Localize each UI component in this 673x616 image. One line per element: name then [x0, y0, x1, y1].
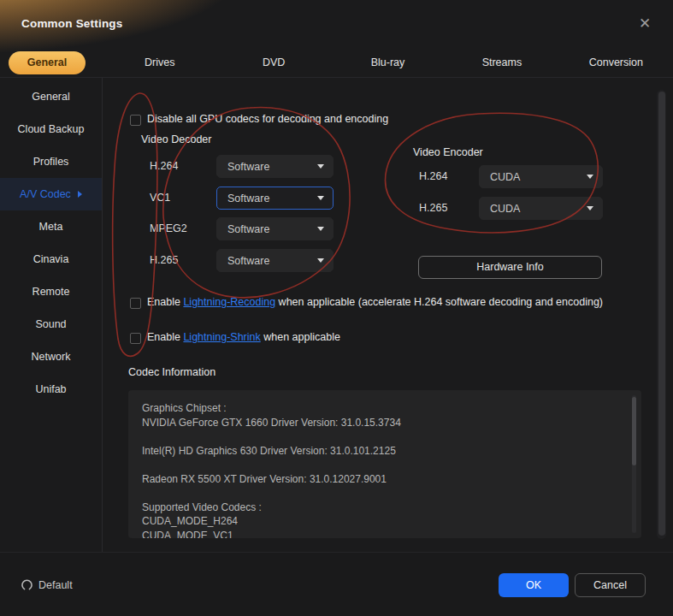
- settings-tabbar: General Drives DVD Blu-ray Streams Conve…: [0, 48, 673, 77]
- codec-info-line: Radeon RX 5500 XT Driver Version: 31.0.1…: [142, 472, 628, 487]
- sidebar-item-label: A/V Codec: [20, 188, 71, 200]
- chevron-down-icon: [317, 164, 324, 169]
- encoder-h264-select[interactable]: CUDA: [479, 165, 603, 188]
- decoder-h264-select[interactable]: Software: [216, 155, 334, 178]
- content-scrollbar[interactable]: [657, 90, 666, 539]
- codec-info-scrollbar[interactable]: [632, 395, 636, 533]
- lightning-shrink-suffix: when applicable: [261, 331, 340, 343]
- decoder-h265-value: Software: [227, 255, 317, 267]
- encoder-h264-value: CUDA: [490, 171, 587, 183]
- content-scrollbar-thumb[interactable]: [658, 92, 665, 536]
- codec-info-scrollbar-thumb[interactable]: [632, 397, 636, 465]
- decoder-mpeg2-label: MPEG2: [150, 222, 187, 234]
- cancel-button[interactable]: Cancel: [575, 573, 646, 597]
- codec-info-line: CUDA_MODE_H264: [142, 514, 628, 529]
- decoder-vc1-value: Software: [227, 192, 317, 204]
- sidebar-item-unifab[interactable]: Unifab: [0, 373, 102, 406]
- disable-gpu-codecs-label: Disable all GPU codecs for decoding and …: [147, 113, 388, 125]
- chevron-down-icon: [317, 196, 324, 200]
- codec-info-line: Supported Video Codecs :: [142, 500, 628, 515]
- decoder-mpeg2-select[interactable]: Software: [216, 217, 334, 240]
- decoder-vc1-label: VC1: [150, 192, 170, 204]
- lightning-recoding-label: Enable Lightning-Recoding when applicabl…: [147, 296, 603, 308]
- codec-info-line: CUDA_MODE_VC1: [142, 529, 628, 539]
- codec-information-title: Codec Information: [128, 366, 215, 378]
- sidebar-item-meta[interactable]: Meta: [0, 210, 102, 243]
- video-encoder-title: Video Encoder: [413, 146, 483, 158]
- restore-default-button[interactable]: Default: [21, 578, 73, 591]
- dialog-body: General Cloud Backup Profiles A/V Codec …: [0, 77, 673, 552]
- codec-info-line: [142, 458, 628, 472]
- video-decoder-title: Video Decoder: [141, 133, 211, 145]
- tab-conversion[interactable]: Conversion: [559, 56, 673, 68]
- encoder-h265-select[interactable]: CUDA: [479, 197, 603, 220]
- tab-general[interactable]: General: [9, 51, 86, 74]
- av-codec-panel: Disable all GPU codecs for decoding and …: [103, 78, 673, 552]
- titlebar: Common Settings ✕: [0, 0, 673, 48]
- reset-circular-arrow-icon: [21, 578, 33, 591]
- chevron-down-icon: [317, 258, 324, 263]
- sidebar-item-remote[interactable]: Remote: [0, 275, 102, 308]
- lightning-shrink-link[interactable]: Lightning-Shrink: [183, 331, 260, 343]
- chevron-right-icon: [78, 191, 82, 198]
- sidebar-item-profiles[interactable]: Profiles: [0, 145, 102, 178]
- lightning-recoding-checkbox[interactable]: [130, 298, 141, 309]
- tab-drives[interactable]: Drives: [103, 56, 216, 68]
- lightning-shrink-prefix: Enable: [147, 331, 183, 343]
- decoder-vc1-select[interactable]: Software: [216, 187, 334, 210]
- sidebar-item-general[interactable]: General: [0, 80, 102, 113]
- tab-dvd[interactable]: DVD: [216, 56, 330, 68]
- chevron-down-icon: [317, 227, 324, 231]
- encoder-h265-value: CUDA: [490, 203, 587, 215]
- encoder-h264-label: H.264: [419, 170, 447, 182]
- sidebar-item-network[interactable]: Network: [0, 341, 102, 373]
- tab-blu-ray[interactable]: Blu-ray: [331, 56, 445, 68]
- sidebar-item-av-codec[interactable]: A/V Codec: [0, 178, 102, 210]
- sidebar-item-sound[interactable]: Sound: [0, 308, 102, 341]
- hardware-info-button[interactable]: Hardware Info: [418, 256, 602, 279]
- codec-info-line: [142, 486, 628, 500]
- chevron-down-icon: [587, 175, 593, 179]
- decoder-h264-value: Software: [227, 161, 317, 173]
- lightning-shrink-label: Enable Lightning-Shrink when applicable: [147, 331, 340, 343]
- codec-info-line: [142, 429, 628, 444]
- lightning-shrink-checkbox[interactable]: [130, 333, 141, 344]
- decoder-h265-select[interactable]: Software: [216, 249, 334, 272]
- close-icon[interactable]: ✕: [636, 15, 653, 33]
- encoder-h265-label: H.265: [419, 202, 447, 214]
- lightning-recoding-suffix: when applicable (accelerate H.264 softwa…: [275, 296, 603, 308]
- tab-streams[interactable]: Streams: [445, 56, 558, 68]
- sidebar-item-cloud-backup[interactable]: Cloud Backup: [0, 113, 102, 145]
- dialog-title: Common Settings: [21, 17, 123, 30]
- common-settings-dialog: Common Settings ✕ General Drives DVD Blu…: [0, 0, 673, 616]
- codec-info-line: Intel(R) HD Graphics 630 Driver Version:…: [142, 444, 628, 459]
- decoder-h264-label: H.264: [150, 160, 178, 172]
- lightning-recoding-link[interactable]: Lightning-Recoding: [183, 296, 275, 308]
- default-label: Default: [38, 579, 73, 591]
- settings-sidebar: General Cloud Backup Profiles A/V Codec …: [0, 78, 103, 552]
- sidebar-item-cinavia[interactable]: Cinavia: [0, 243, 102, 275]
- decoder-mpeg2-value: Software: [227, 223, 317, 235]
- disable-gpu-codecs-checkbox[interactable]: [130, 115, 141, 126]
- chevron-down-icon: [587, 206, 593, 210]
- ok-button[interactable]: OK: [499, 573, 569, 597]
- lightning-recoding-prefix: Enable: [147, 296, 183, 308]
- codec-information-textarea[interactable]: Graphics Chipset : NVIDIA GeForce GTX 16…: [128, 390, 641, 538]
- codec-info-line: Graphics Chipset :: [142, 401, 628, 416]
- decoder-h265-label: H.265: [150, 254, 178, 266]
- dialog-footer: Default OK Cancel: [0, 552, 673, 616]
- codec-info-line: NVIDIA GeForce GTX 1660 Driver Version: …: [142, 416, 628, 430]
